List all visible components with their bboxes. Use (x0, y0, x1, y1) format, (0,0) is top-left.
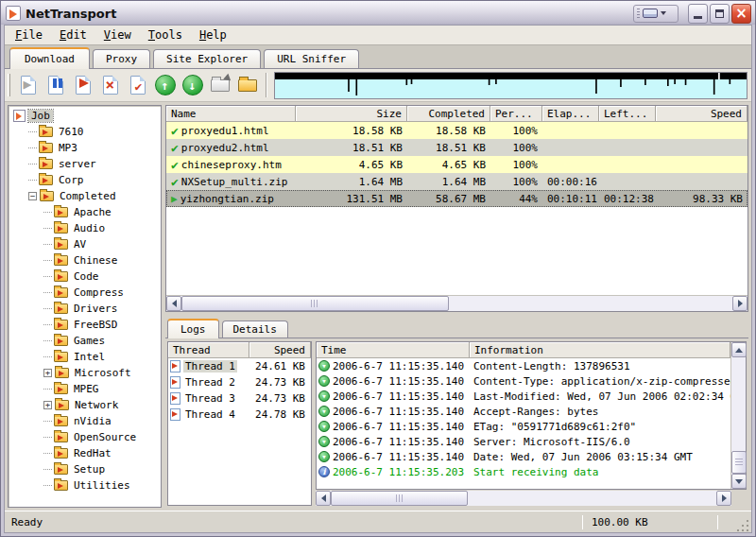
log-row[interactable]: 2006-6-7 11:15:35.140Accept-Ranges: byte… (317, 404, 730, 419)
column-header-elapsed[interactable]: Elap... (542, 106, 599, 121)
horizontal-splitter[interactable] (165, 312, 748, 319)
column-header-left[interactable]: Left... (599, 106, 656, 121)
tree-item-chinese[interactable]: Chinese (10, 252, 161, 268)
scroll-down-button[interactable] (731, 474, 747, 489)
log-row[interactable]: 2006-6-7 11:15:35.140Date: Wed, 07 Jun 2… (317, 449, 730, 464)
toolbar-grip[interactable] (8, 74, 10, 96)
minimize-button[interactable] (688, 4, 708, 24)
tree-item-code[interactable]: Code (10, 268, 161, 285)
move-down-button[interactable]: ↓ (179, 72, 206, 99)
column-header-thread[interactable]: Thread (168, 342, 249, 357)
tree-item-apache[interactable]: Apache (10, 204, 161, 220)
maximize-button[interactable] (710, 4, 730, 24)
tree-item-audio[interactable]: Audio (10, 220, 161, 236)
log-row[interactable]: 2006-6-7 11:15:35.140Content-Length: 137… (317, 358, 730, 373)
resize-grip[interactable] (737, 518, 751, 532)
column-header-information[interactable]: Information (470, 342, 730, 357)
download-status-icon (318, 451, 330, 462)
folder-icon (55, 368, 69, 378)
pause-download-button[interactable] (42, 72, 69, 99)
thread-row[interactable]: Thread 424.78 KB (168, 407, 311, 423)
thread-row[interactable]: Thread 224.73 KB (168, 374, 311, 390)
language-bar-grip[interactable] (637, 9, 640, 19)
delete-download-button[interactable]: × (96, 72, 124, 99)
close-button[interactable]: × (731, 4, 751, 24)
tree-item-microsoft[interactable]: Microsoft (10, 365, 161, 381)
log-row[interactable]: 2006-6-7 11:15:35.140Content-Type: appli… (317, 373, 730, 389)
thread-icon (170, 360, 180, 372)
log-row[interactable]: 2006-6-7 11:15:35.140ETag: "0591771d689c… (317, 419, 730, 434)
download-row[interactable]: proxyedu2.html 18.51 KB 18.51 KB 100% (166, 139, 747, 156)
thread-row[interactable]: Thread 324.73 KB (168, 390, 311, 407)
open-folder-button[interactable] (233, 72, 261, 99)
tab-site-explorer[interactable]: Site Explorer (153, 49, 261, 68)
commit-download-button[interactable]: ✔ (124, 72, 151, 99)
menu-tools[interactable]: Tools (140, 26, 191, 43)
tree-item-mp3[interactable]: MP3 (10, 140, 161, 156)
open-file-button[interactable] (206, 72, 233, 99)
column-header-completed[interactable]: Completed (407, 106, 490, 121)
tab-logs[interactable]: Logs (167, 319, 219, 338)
resume-download-button[interactable] (69, 72, 96, 99)
download-row[interactable]: NXSetup_multi.zip 1.64 MB 1.64 MB 100% 0… (166, 173, 747, 190)
scroll-right-button[interactable] (732, 296, 747, 311)
tree-item-corp[interactable]: Corp (10, 172, 161, 188)
tab-proxy[interactable]: Proxy (93, 49, 150, 68)
column-header-time[interactable]: Time (317, 342, 470, 357)
tree-item-utilities[interactable]: Utilities (10, 477, 161, 494)
chevron-down-icon[interactable] (661, 11, 666, 15)
expand-icon[interactable] (43, 369, 52, 377)
expand-icon[interactable] (43, 401, 52, 409)
tree-item-server[interactable]: server (10, 156, 161, 172)
menu-view[interactable]: View (95, 26, 140, 43)
scroll-thumb[interactable] (731, 451, 747, 474)
download-row-selected[interactable]: yizhongtian.zip 131.51 MB 58.67 MB 44% 0… (166, 190, 747, 207)
column-header-percent[interactable]: Per... (490, 106, 542, 121)
column-header-name[interactable]: Name (166, 106, 296, 121)
tree-item-completed[interactable]: Completed (10, 188, 161, 204)
tree-item-mpeg[interactable]: MPEG (10, 381, 161, 397)
scroll-left-button[interactable] (316, 491, 331, 506)
column-header-size[interactable]: Size (296, 106, 407, 121)
tree-item-redhat[interactable]: RedHat (10, 445, 161, 461)
check-icon: ✔ (135, 80, 143, 93)
collapse-icon[interactable] (28, 192, 37, 200)
tree-item-drivers[interactable]: Drivers (10, 301, 161, 317)
tab-url-sniffer[interactable]: URL Sniffer (264, 49, 359, 68)
log-row[interactable]: 2006-6-7 11:15:35.140Last-Modified: Wed,… (317, 389, 730, 404)
scroll-thumb[interactable] (181, 296, 449, 311)
tab-details[interactable]: Details (222, 320, 288, 338)
scroll-thumb[interactable] (331, 491, 468, 506)
download-row[interactable]: proxyedu1.html 18.58 KB 18.58 KB 100% (166, 122, 747, 139)
tree-item-compress[interactable]: Compress (10, 285, 161, 301)
log-row[interactable]: 2006-6-7 11:15:35.140Server: Microsoft-I… (317, 434, 730, 449)
tree-item-opensource[interactable]: OpenSource (10, 429, 161, 445)
download-status-icon (318, 375, 330, 387)
tree-item-setup[interactable]: Setup (10, 461, 161, 477)
thread-row[interactable]: Thread 124.61 KB (168, 358, 311, 374)
menu-help[interactable]: Help (191, 26, 235, 43)
scroll-left-button[interactable] (166, 296, 181, 311)
menu-edit[interactable]: Edit (51, 26, 95, 43)
tree-item-intel[interactable]: Intel (10, 349, 161, 365)
menu-file[interactable]: File (7, 26, 51, 43)
tree-item-7610[interactable]: 7610 (10, 124, 161, 140)
move-up-button[interactable]: ↑ (151, 72, 179, 99)
tree-item-network[interactable]: Network (10, 397, 161, 413)
scroll-up-button[interactable] (731, 342, 747, 357)
tree-item-games[interactable]: Games (10, 333, 161, 349)
tree-item-av[interactable]: AV (10, 236, 161, 252)
folder-icon (54, 416, 68, 426)
log-row[interactable]: 2006-6-7 11:15:35.203Start receiving dat… (317, 464, 730, 479)
column-header-speed[interactable]: Speed (656, 106, 747, 121)
tree-item-freebsd[interactable]: FreeBSD (10, 317, 161, 333)
start-download-button[interactable]: ▶ (14, 72, 42, 99)
download-row[interactable]: chineseproxy.htm 4.65 KB 4.65 KB 100% (166, 156, 747, 173)
tree-item-job[interactable]: Job (10, 108, 161, 124)
folder-icon (40, 191, 54, 201)
tab-download[interactable]: Download (9, 47, 90, 69)
language-bar[interactable] (633, 5, 679, 23)
column-header-thread-speed[interactable]: Speed (249, 342, 311, 357)
scroll-right-button[interactable] (716, 491, 731, 506)
tree-item-nvidia[interactable]: nVidia (10, 413, 161, 429)
